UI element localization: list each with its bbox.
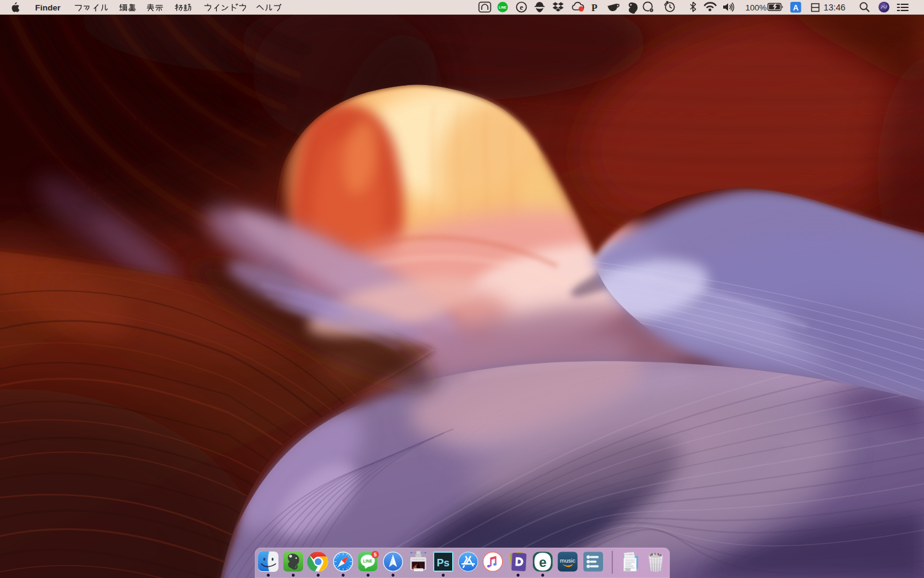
svg-text:music: music — [560, 557, 575, 564]
svg-text:LINE: LINE — [363, 559, 373, 563]
svg-text:5: 5 — [374, 552, 377, 558]
svg-text:A: A — [793, 4, 798, 12]
svg-text:e: e — [539, 555, 546, 570]
svg-text:e: e — [520, 3, 524, 12]
svg-text:Finder: Finder — [35, 3, 61, 12]
svg-text:LINE: LINE — [499, 6, 507, 9]
svg-text:Ps: Ps — [437, 557, 450, 569]
svg-text:100%: 100% — [745, 3, 767, 12]
svg-text:13:46: 13:46 — [824, 2, 846, 12]
svg-text:P: P — [591, 2, 598, 13]
svg-text:XLS: XLS — [626, 569, 630, 571]
